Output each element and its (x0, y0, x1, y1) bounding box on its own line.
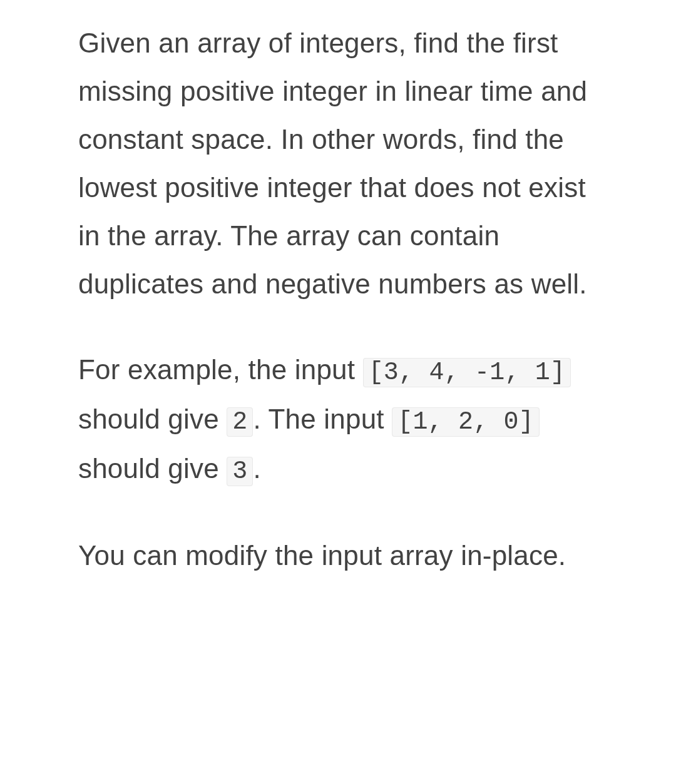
text-fragment: . The input (253, 404, 392, 434)
code-example-input-1: [3, 4, -1, 1] (363, 358, 571, 387)
text-fragment: . (253, 453, 260, 484)
problem-paragraph-3: You can modify the input array in-place. (78, 531, 601, 579)
problem-paragraph-2: For example, the input [3, 4, -1, 1] sho… (78, 345, 601, 494)
code-example-input-2: [1, 2, 0] (392, 407, 540, 437)
text-fragment: should give (78, 453, 227, 484)
text-fragment: For example, the input (78, 354, 363, 385)
problem-paragraph-1: Given an array of integers, find the fir… (78, 19, 601, 308)
code-example-output-1: 2 (227, 407, 253, 437)
code-example-output-2: 3 (227, 457, 253, 486)
text-fragment: should give (78, 404, 227, 434)
